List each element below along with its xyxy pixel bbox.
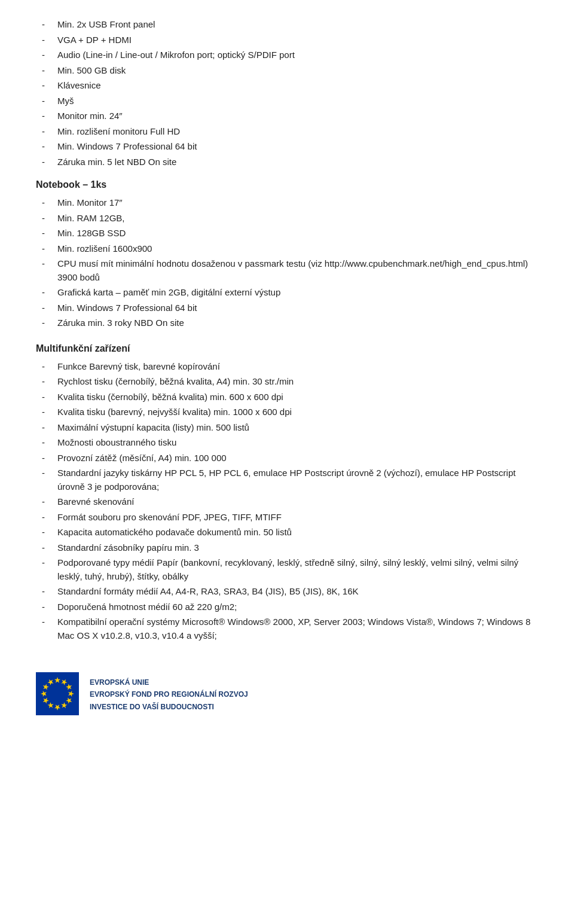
bullet-dash: - [42, 391, 54, 404]
list-item: - Záruka min. 5 let NBD On site [36, 155, 538, 169]
bullet-dash: - [42, 64, 54, 78]
bullet-text: Min. 2x USB Front panel [57, 18, 155, 32]
list-item: - Kompatibilní operační systémy Microsof… [36, 615, 538, 642]
list-item: - Min. RAM 12GB, [36, 212, 538, 225]
bullet-dash: - [42, 257, 54, 271]
list-item: - Standardní zásobníky papíru min. 3 [36, 541, 538, 555]
bullet-text: Formát souboru pro skenování PDF, JPEG, … [57, 511, 282, 524]
list-item: - Standardní jazyky tiskárny HP PCL 5, H… [36, 466, 538, 493]
bullet-dash: - [42, 615, 54, 629]
bullet-dash: - [42, 94, 54, 108]
bullet-dash: - [42, 196, 54, 210]
list-item: - CPU musí mít minimální hodnotu dosažen… [36, 257, 538, 284]
bullet-text: Kapacita automatického podavače dokument… [57, 526, 292, 539]
bullet-text: Záruka min. 3 roky NBD On site [57, 316, 184, 330]
bullet-dash: - [42, 452, 54, 465]
multifunkce-section: Multifunkční zařízení - Funkce Barevný t… [36, 343, 538, 643]
bullet-text: Záruka min. 5 let NBD On site [57, 155, 176, 169]
bullet-text: Standardní jazyky tiskárny HP PCL 5, HP … [57, 466, 538, 493]
list-item: - Min. 128GB SSD [36, 227, 538, 240]
list-item: - Provozní zátěž (měsíční, A4) min. 100 … [36, 452, 538, 465]
bullet-dash: - [42, 511, 54, 524]
bullet-text: Standardní zásobníky papíru min. 3 [57, 541, 199, 555]
list-item: - Monitor min. 24″ [36, 109, 538, 123]
bullet-text: Min. Monitor 17″ [57, 196, 123, 210]
bullet-text: Min. Windows 7 Professional 64 bit [57, 301, 197, 315]
eu-logo-icon [36, 672, 79, 715]
bullet-text: Min. rozlišení 1600x900 [57, 242, 152, 256]
bullet-text: Klávesnice [57, 79, 101, 93]
bullet-text: Audio (Line-in / Line-out / Mikrofon por… [57, 48, 295, 62]
list-item: - Min. Windows 7 Professional 64 bit [36, 140, 538, 154]
eu-text-block: EVROPSKÁ UNIE EVROPSKÝ FOND PRO REGIONÁL… [90, 676, 248, 713]
bullet-text: Myš [57, 94, 74, 108]
list-item: - Kvalita tisku (černobílý, běžná kvalit… [36, 391, 538, 404]
bullet-dash: - [42, 125, 54, 139]
bullet-text: Kvalita tisku (barevný, nejvyšší kvalita… [57, 405, 292, 419]
bullet-text: Maximální výstupní kapacita (listy) min.… [57, 421, 249, 435]
bullet-text: Kompatibilní operační systémy Microsoft®… [57, 615, 538, 642]
list-item: - Kvalita tisku (barevný, nejvyšší kvali… [36, 405, 538, 419]
list-item: - Doporučená hmotnost médií 60 až 220 g/… [36, 600, 538, 614]
initial-list: - Min. 2x USB Front panel - VGA + DP + H… [36, 18, 538, 169]
bullet-dash: - [42, 421, 54, 435]
list-item: - Podporované typy médií Papír (bankovní… [36, 556, 538, 583]
list-item: - Rychlost tisku (černobílý, běžná kvali… [36, 375, 538, 389]
bullet-dash: - [42, 466, 54, 480]
multifunkce-heading: Multifunkční zařízení [36, 343, 538, 354]
list-item: - Min. Monitor 17″ [36, 196, 538, 210]
bullet-text: VGA + DP + HDMI [57, 33, 132, 47]
bullet-dash: - [42, 495, 54, 509]
list-item: - Grafická karta – paměť min 2GB, digitá… [36, 286, 538, 300]
bullet-text: Podporované typy médií Papír (bankovní, … [57, 556, 538, 583]
bullet-dash: - [42, 286, 54, 300]
footer: EVROPSKÁ UNIE EVROPSKÝ FOND PRO REGIONÁL… [36, 666, 538, 717]
list-item: - Myš [36, 94, 538, 108]
bullet-dash: - [42, 109, 54, 123]
bullet-text: Doporučená hmotnost médií 60 až 220 g/m2… [57, 600, 237, 614]
list-item: - Min. rozlišení 1600x900 [36, 242, 538, 256]
bullet-dash: - [42, 301, 54, 315]
bullet-dash: - [42, 541, 54, 555]
bullet-dash: - [42, 140, 54, 154]
list-item: - Klávesnice [36, 79, 538, 93]
eu-line2: EVROPSKÝ FOND PRO REGIONÁLNÍ ROZVOJ [90, 688, 248, 700]
bullet-dash: - [42, 436, 54, 450]
bullet-text: Barevné skenování [57, 495, 134, 509]
eu-line1: EVROPSKÁ UNIE [90, 676, 248, 688]
bullet-dash: - [42, 556, 54, 570]
bullet-dash: - [42, 375, 54, 389]
bullet-dash: - [42, 212, 54, 225]
list-item: - Audio (Line-in / Line-out / Mikrofon p… [36, 48, 538, 62]
bullet-text: Min. 128GB SSD [57, 227, 126, 240]
list-item: - Formát souboru pro skenování PDF, JPEG… [36, 511, 538, 524]
list-item: - Možnosti oboustranného tisku [36, 436, 538, 450]
list-item: - Min. 2x USB Front panel [36, 18, 538, 32]
bullet-dash: - [42, 79, 54, 93]
list-item: - VGA + DP + HDMI [36, 33, 538, 47]
list-item: - Funkce Barevný tisk, barevné kopírován… [36, 360, 538, 374]
notebook-heading: Notebook – 1ks [36, 179, 538, 190]
bullet-dash: - [42, 155, 54, 169]
bullet-text: Monitor min. 24″ [57, 109, 123, 123]
bullet-dash: - [42, 526, 54, 539]
bullet-text: Kvalita tisku (černobílý, běžná kvalita)… [57, 391, 283, 404]
bullet-dash: - [42, 360, 54, 374]
bullet-dash: - [42, 585, 54, 599]
bullet-dash: - [42, 33, 54, 47]
list-item: - Min. rozlišení monitoru Full HD [36, 125, 538, 139]
bullet-text: Možnosti oboustranného tisku [57, 436, 176, 450]
bullet-text: Funkce Barevný tisk, barevné kopírování [57, 360, 220, 374]
bullet-dash: - [42, 242, 54, 256]
bullet-text: Grafická karta – paměť min 2GB, digitáln… [57, 286, 280, 300]
eu-line3: INVESTICE DO VAŠÍ BUDOUCNOSTI [90, 701, 248, 713]
list-item: - Min. Windows 7 Professional 64 bit [36, 301, 538, 315]
notebook-section: Notebook – 1ks - Min. Monitor 17″ - Min.… [36, 179, 538, 330]
list-item: - Záruka min. 3 roky NBD On site [36, 316, 538, 330]
multifunkce-list: - Funkce Barevný tisk, barevné kopírován… [36, 360, 538, 643]
eu-logo-container [36, 672, 79, 717]
bullet-text: Min. rozlišení monitoru Full HD [57, 125, 180, 139]
main-content: - Min. 2x USB Front panel - VGA + DP + H… [36, 18, 538, 717]
bullet-text: Min. 500 GB disk [57, 64, 126, 78]
list-item: - Min. 500 GB disk [36, 64, 538, 78]
